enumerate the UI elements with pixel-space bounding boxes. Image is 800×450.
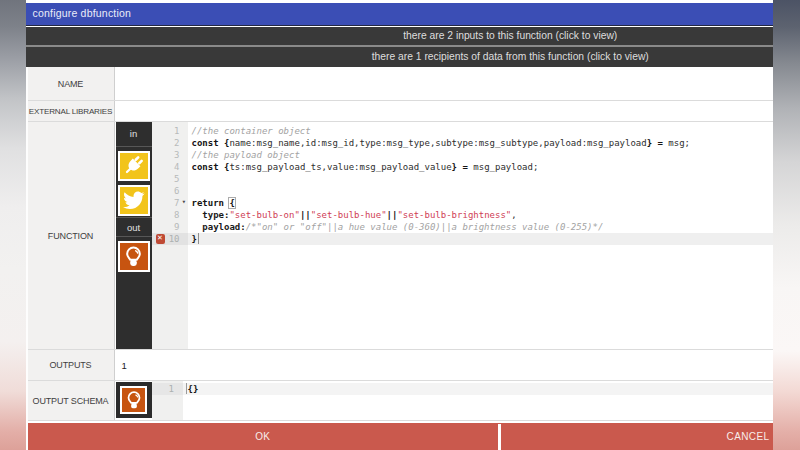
lightbulb-icon xyxy=(122,245,145,268)
code-line xyxy=(192,185,691,197)
dialog-titlebar: configure dbfunction xyxy=(26,3,773,26)
schema-code-editor[interactable]: {} xyxy=(183,381,773,420)
gutter-line-number: 9 xyxy=(152,221,189,233)
dialog-title: configure dbfunction xyxy=(33,7,132,19)
background-left xyxy=(0,0,27,450)
twitter-bird-icon xyxy=(122,189,145,212)
gutter-line-number: 3 xyxy=(152,149,189,161)
gutter-line-number: 8 xyxy=(152,209,189,221)
output-node-lightbulb[interactable] xyxy=(118,241,150,272)
output-schema-row: OUTPUT SCHEMA 1 {} xyxy=(28,381,773,421)
schema-code-lines: {} xyxy=(188,383,199,395)
function-label: FUNCTION xyxy=(28,122,115,349)
gutter-line-number: 1 xyxy=(152,383,184,395)
output-schema-label: OUTPUT SCHEMA xyxy=(28,381,115,420)
configure-dbfunction-dialog: configure dbfunction there are 2 inputs … xyxy=(26,0,773,450)
recipients-banner[interactable]: there are 1 recipients of data from this… xyxy=(26,47,773,68)
text-cursor xyxy=(198,233,200,244)
schema-text-cursor xyxy=(186,383,188,394)
code-line: return { xyxy=(192,197,691,209)
code-line: //the payload object xyxy=(192,149,691,161)
gutter-line-number: 10✕ xyxy=(152,233,189,245)
dialog-footer: OK CANCEL xyxy=(28,423,773,450)
inputs-section-label: in xyxy=(116,122,152,147)
function-editor-gutter: 1234567▾8910✕ xyxy=(152,122,189,349)
code-line: type:"set-bulb-on"||"set-bulb-hue"||"set… xyxy=(192,209,691,221)
schema-editor-gutter: 1 xyxy=(152,381,184,420)
cancel-button[interactable]: CANCEL xyxy=(501,423,773,450)
function-code-editor[interactable]: //the container objectconst {name:msg_na… xyxy=(188,122,773,349)
inputs-banner-label: there are 2 inputs to this function (cli… xyxy=(403,30,617,41)
outputs-row: OUTPUTS 1 xyxy=(28,350,773,381)
error-marker-icon[interactable]: ✕ xyxy=(156,234,165,244)
external-libraries-row: EXTERNAL LIBRARIES xyxy=(28,101,773,122)
external-libraries-label: EXTERNAL LIBRARIES xyxy=(28,101,115,121)
outputs-value-input[interactable]: 1 xyxy=(122,350,127,380)
external-libraries-input[interactable] xyxy=(116,101,773,121)
ok-button[interactable]: OK xyxy=(28,423,499,450)
recipients-banner-label: there are 1 recipients of data from this… xyxy=(372,51,649,62)
code-line: payload:/*"on" or "off"||a hue value (0-… xyxy=(192,221,691,233)
background-right xyxy=(772,0,800,450)
code-line: const {ts:msg_payload_ts,value:msg_paylo… xyxy=(192,161,691,173)
function-code-lines: //the container objectconst {name:msg_na… xyxy=(192,125,691,245)
inputs-banner[interactable]: there are 2 inputs to this function (cli… xyxy=(26,27,773,46)
gutter-line-number: 7▾ xyxy=(152,197,189,209)
lightbulb-icon xyxy=(124,390,144,410)
plug-icon xyxy=(122,154,145,177)
gutter-line-number: 5 xyxy=(152,173,189,185)
gutter-line-number: 4 xyxy=(152,161,189,173)
code-line: const {name:msg_name,id:msg_id,type:msg_… xyxy=(192,137,691,149)
input-node-plug[interactable] xyxy=(118,151,150,181)
outputs-label: OUTPUTS xyxy=(28,350,115,380)
code-line: //the container object xyxy=(192,125,691,137)
code-line: {} xyxy=(188,383,199,395)
schema-node-cell xyxy=(116,382,152,419)
fold-arrow-icon[interactable]: ▾ xyxy=(182,198,186,207)
code-line xyxy=(192,173,691,185)
function-row: FUNCTION in out xyxy=(28,122,773,350)
outputs-section-label: out xyxy=(116,217,152,237)
name-row: NAME xyxy=(28,67,773,101)
input-node-twitter[interactable] xyxy=(118,185,150,216)
code-line: } xyxy=(192,233,691,245)
schema-node-lightbulb[interactable] xyxy=(120,386,147,414)
schema-active-line-highlight xyxy=(183,383,773,395)
name-input[interactable] xyxy=(116,67,773,100)
function-node-strip: in out xyxy=(116,122,152,349)
name-label: NAME xyxy=(28,67,115,100)
gutter-line-number: 1 xyxy=(152,125,189,137)
gutter-line-number: 6 xyxy=(152,185,189,197)
gutter-line-number: 2 xyxy=(152,137,189,149)
